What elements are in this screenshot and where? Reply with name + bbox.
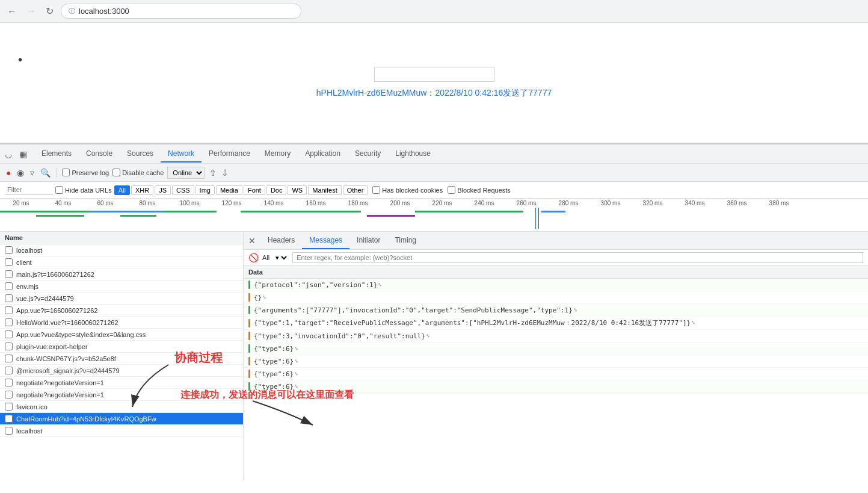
data-row[interactable]: {"protocol":"json","version":1}␠ [244, 279, 868, 291]
network-row[interactable]: App.vue?vue&type=style&index=0&lang.css [0, 329, 243, 341]
messages-filter-input[interactable] [292, 252, 863, 263]
network-row[interactable]: negotiate?negotiateVersion=1 [0, 377, 243, 389]
network-condition-select[interactable]: Online [167, 167, 205, 179]
network-row[interactable]: @microsoft_signalr.js?v=d2444579 [0, 365, 243, 377]
filter-doc[interactable]: Doc [266, 185, 287, 195]
network-row[interactable]: favicon.ico [0, 401, 243, 413]
tab-elements[interactable]: Elements [34, 146, 79, 163]
data-row[interactable]: {"type":6}␠ [244, 343, 868, 355]
stop-button[interactable]: ◉ [16, 167, 25, 179]
network-row[interactable]: localhost [0, 425, 243, 437]
preserve-log-checkbox[interactable] [62, 169, 70, 176]
network-row[interactable]: chunk-WC5NP67Y.js?v=b52a5e8f [0, 353, 243, 365]
tab-initiator[interactable]: Initiator [349, 232, 387, 249]
row-checkbox[interactable] [5, 355, 13, 362]
search-button[interactable]: 🔍 [39, 167, 52, 179]
tab-memory[interactable]: Memory [257, 146, 298, 163]
tab-sources[interactable]: Sources [120, 146, 161, 163]
row-checkbox[interactable] [5, 415, 13, 423]
row-checkbox[interactable] [5, 427, 13, 435]
network-row[interactable]: env.mjs [0, 281, 243, 293]
hide-data-urls-checkbox[interactable] [55, 186, 63, 194]
data-row[interactable]: {"type":6}␠ [244, 355, 868, 368]
inspect-icon[interactable]: ◡ [2, 148, 14, 160]
data-row[interactable]: {"type":3,"invocationId":"0","result":nu… [244, 330, 868, 343]
filter-font[interactable]: Font [244, 185, 265, 195]
reload-button[interactable]: ↻ [43, 4, 56, 18]
message-text: {"protocol":"json","version":1}␠ [254, 281, 383, 289]
network-row[interactable]: localhost [0, 244, 243, 256]
tab-network[interactable]: Network [161, 146, 202, 163]
disable-cache-label[interactable]: Disable cache [112, 169, 164, 176]
tab-headers[interactable]: Headers [260, 232, 302, 249]
network-row[interactable]: negotiate?negotiateVersion=1 [0, 389, 243, 401]
row-checkbox[interactable] [5, 306, 13, 314]
export-button[interactable]: ⇩ [220, 167, 230, 179]
filter-toggle-button[interactable]: ▿ [29, 167, 35, 179]
data-row[interactable]: {"type":1,"target":"ReceivePublicMessage… [244, 317, 868, 330]
network-row[interactable]: client [0, 256, 243, 268]
tab-application[interactable]: Application [298, 146, 348, 163]
filter-input[interactable] [5, 185, 53, 195]
filter-js[interactable]: JS [155, 185, 171, 195]
message-text: {}␠ [254, 294, 267, 302]
filter-xhr[interactable]: XHR [131, 185, 153, 195]
tab-timing[interactable]: Timing [387, 232, 423, 249]
tab-messages[interactable]: Messages [302, 232, 349, 249]
filter-dropdown-select[interactable]: ▾ [273, 253, 289, 262]
network-row[interactable]: main.js?t=1660060271262 [0, 268, 243, 281]
network-row[interactable]: plugin-vue:export-helper [0, 341, 243, 353]
row-checkbox[interactable] [5, 391, 13, 398]
filter-css[interactable]: CSS [172, 185, 194, 195]
disable-cache-checkbox[interactable] [112, 169, 120, 176]
filter-all[interactable]: All [114, 185, 130, 195]
tab-lighthouse[interactable]: Lighthouse [388, 146, 438, 163]
filter-other[interactable]: Other [343, 185, 368, 195]
has-blocked-cookies-label[interactable]: Has blocked cookies [372, 186, 443, 194]
disable-cache-text: Disable cache [122, 169, 164, 176]
row-checkbox[interactable] [5, 330, 13, 338]
filter-ws[interactable]: WS [288, 185, 307, 195]
sent-indicator [248, 344, 250, 353]
preserve-log-label[interactable]: Preserve log [62, 169, 109, 176]
back-button[interactable]: ← [5, 5, 19, 18]
data-row[interactable]: {"arguments":["77777"],"invocationId":"0… [244, 304, 868, 317]
row-checkbox[interactable] [5, 318, 13, 326]
address-bar[interactable]: ⓘ localhost:3000 [61, 4, 301, 19]
row-checkbox[interactable] [5, 343, 13, 350]
data-row[interactable]: {"type":6}␠ [244, 380, 868, 393]
blocked-requests-label[interactable]: Blocked Requests [448, 186, 511, 194]
network-row[interactable]: HelloWorld.vue?t=1660060271262 [0, 317, 243, 329]
row-checkbox[interactable] [5, 282, 13, 290]
import-button[interactable]: ⇧ [208, 167, 218, 179]
row-checkbox[interactable] [5, 367, 13, 374]
device-icon[interactable]: ▦ [17, 148, 29, 160]
data-row[interactable]: {}␠ [244, 291, 868, 304]
chat-input[interactable] [374, 67, 494, 82]
has-blocked-cookies-checkbox[interactable] [372, 186, 380, 194]
forward-button[interactable]: → [24, 5, 38, 18]
row-checkbox[interactable] [5, 294, 13, 302]
tl-60ms: 60 ms [84, 200, 126, 206]
timeline-labels: 20 ms 40 ms 60 ms 80 ms 100 ms 120 ms 14… [0, 199, 868, 208]
row-checkbox[interactable] [5, 246, 13, 254]
tab-console[interactable]: Console [79, 146, 120, 163]
network-row[interactable]: vue.js?v=d2444579 [0, 293, 243, 305]
data-row[interactable]: {"type":6}␠ [244, 368, 868, 380]
has-blocked-cookies-text: Has blocked cookies [382, 187, 443, 194]
network-row[interactable]: App.vue?t=1660060271262 [0, 305, 243, 317]
filter-img[interactable]: Img [195, 185, 215, 195]
tab-performance[interactable]: Performance [202, 146, 257, 163]
row-checkbox[interactable] [5, 403, 13, 411]
record-button[interactable]: ● [5, 167, 12, 179]
hide-data-urls-label[interactable]: Hide data URLs [55, 186, 112, 194]
row-checkbox[interactable] [5, 270, 13, 278]
filter-media[interactable]: Media [216, 185, 242, 195]
blocked-requests-checkbox[interactable] [448, 186, 455, 194]
filter-manifest[interactable]: Manifest [308, 185, 342, 195]
network-row-selected[interactable]: ChatRoomHub?id=4pN53rDfckyI4KvRQOgBFw [0, 413, 243, 425]
close-panel-button[interactable]: ✕ [244, 235, 260, 247]
row-checkbox[interactable] [5, 379, 13, 386]
tab-security[interactable]: Security [348, 146, 388, 163]
row-checkbox[interactable] [5, 258, 13, 266]
